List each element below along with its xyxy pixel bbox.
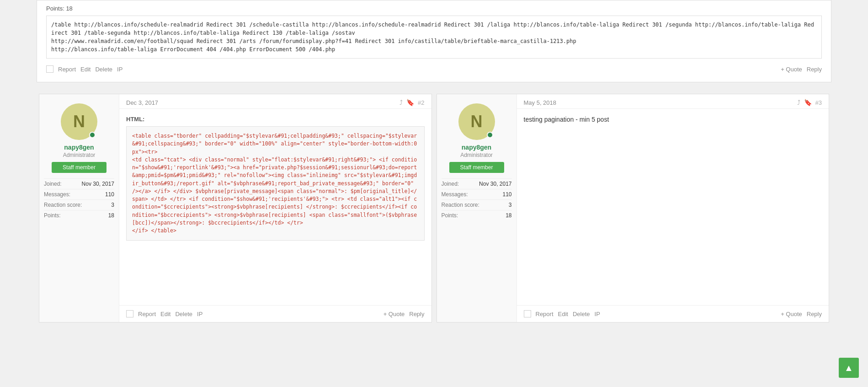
report-link-2[interactable]: Report bbox=[138, 311, 156, 317]
post-3-joined-row: Joined: Nov 30, 2017 bbox=[442, 178, 512, 189]
edit-link-2[interactable]: Edit bbox=[160, 311, 170, 317]
ip-link-2[interactable]: IP bbox=[197, 311, 202, 317]
post-2-messages-row: Messages: 110 bbox=[44, 189, 114, 199]
post-2-container: N napy8gen Administrator Staff member Jo… bbox=[39, 94, 432, 322]
post-3-points-row: Points: 18 bbox=[442, 210, 512, 220]
post-3-online-dot bbox=[487, 132, 493, 138]
post-2-points-row: Points: 18 bbox=[44, 210, 114, 220]
post-3-reaction-value: 3 bbox=[509, 202, 512, 208]
post-2-header: Dec 3, 2017 ⤴ 🔖 #2 bbox=[119, 94, 431, 109]
delete-link-3[interactable]: Delete bbox=[573, 311, 590, 317]
post-2-checkbox-wrapper[interactable] bbox=[126, 310, 133, 317]
post-2-footer-right: + Quote Reply bbox=[383, 311, 425, 317]
post-3-user-sidebar: N napy8gen Administrator Staff member Jo… bbox=[437, 94, 517, 322]
post-3-body: testing pagination - min 5 post bbox=[517, 109, 829, 305]
post-3-avatar-initial: N bbox=[471, 112, 483, 131]
post-2-role: Administrator bbox=[63, 152, 96, 158]
post-2-joined-value: Nov 30, 2017 bbox=[82, 181, 114, 187]
quote-btn-top[interactable]: + Quote bbox=[781, 66, 802, 73]
post-3-checkbox[interactable] bbox=[524, 310, 531, 317]
ip-link-3[interactable]: IP bbox=[595, 311, 600, 317]
post-2-messages-value: 110 bbox=[105, 191, 114, 198]
post-3-header-icons: ⤴ 🔖 #3 bbox=[797, 99, 822, 106]
post-3-checkbox-wrapper[interactable] bbox=[524, 310, 531, 317]
post-3-points-label: Points: bbox=[442, 212, 458, 219]
post-2-footer-left: Report Edit Delete IP bbox=[126, 310, 202, 317]
post-checkbox[interactable] bbox=[46, 65, 53, 73]
post-2-avatar-initial: N bbox=[73, 112, 85, 131]
edit-link-3[interactable]: Edit bbox=[558, 311, 568, 317]
post-3-reaction-row: Reaction score: 3 bbox=[442, 199, 512, 210]
post-2-number: #2 bbox=[418, 99, 424, 106]
post-2-body: HTML: <table class="tborder" cellpadding… bbox=[119, 109, 431, 305]
post-checkbox-wrapper[interactable] bbox=[46, 65, 53, 73]
post-2-header-icons: ⤴ 🔖 #2 bbox=[399, 99, 424, 106]
report-link-3[interactable]: Report bbox=[536, 311, 554, 317]
report-link-top[interactable]: Report bbox=[58, 66, 76, 73]
action-left: Report Edit Delete IP bbox=[46, 65, 122, 73]
post-2-staff-badge[interactable]: Staff member bbox=[52, 162, 107, 173]
post-2-date: Dec 3, 2017 bbox=[126, 99, 158, 106]
post-3-content: May 5, 2018 ⤴ 🔖 #3 testing pagination - … bbox=[517, 94, 829, 322]
reply-btn-2[interactable]: Reply bbox=[409, 311, 424, 317]
post-3-date: May 5, 2018 bbox=[524, 99, 557, 106]
edit-link-top[interactable]: Edit bbox=[80, 66, 91, 73]
separator bbox=[0, 87, 868, 91]
post-3-joined-label: Joined: bbox=[442, 181, 459, 187]
post-2-online-dot bbox=[89, 132, 96, 138]
page-wrapper: Points: 18 /table http://blancos.info/sc… bbox=[0, 0, 868, 325]
post-2-code-block: <table class="tborder" cellpadding="$sty… bbox=[126, 126, 425, 241]
post-2-reaction-row: Reaction score: 3 bbox=[44, 199, 114, 210]
post-2-content: Dec 3, 2017 ⤴ 🔖 #2 HTML: <table class="t… bbox=[119, 94, 431, 322]
reply-btn-top[interactable]: Reply bbox=[807, 66, 822, 73]
post-3-footer-right: + Quote Reply bbox=[781, 311, 822, 317]
post-3-joined-value: Nov 30, 2017 bbox=[479, 181, 511, 187]
ip-link-top[interactable]: IP bbox=[117, 66, 122, 73]
post-2-user-sidebar: N napy8gen Administrator Staff member Jo… bbox=[39, 94, 119, 322]
share-icon-2[interactable]: ⤴ bbox=[399, 99, 403, 106]
top-post-actions: Report Edit Delete IP + Quote Reply bbox=[46, 65, 822, 73]
post-2-joined-row: Joined: Nov 30, 2017 bbox=[44, 178, 114, 189]
post-2-avatar: N bbox=[61, 103, 97, 140]
post-3-reaction-label: Reaction score: bbox=[442, 202, 479, 208]
post-2-user-stats: Joined: Nov 30, 2017 Messages: 110 React… bbox=[44, 178, 114, 220]
post-3-user-stats: Joined: Nov 30, 2017 Messages: 110 React… bbox=[442, 178, 512, 220]
delete-link-top[interactable]: Delete bbox=[95, 66, 112, 73]
post-2-username[interactable]: napy8gen bbox=[64, 144, 94, 151]
post-3-points-value: 18 bbox=[506, 212, 511, 219]
post-2-footer: Report Edit Delete IP + Quote Reply bbox=[119, 305, 431, 322]
share-icon-3[interactable]: ⤴ bbox=[797, 99, 800, 106]
post-3-role: Administrator bbox=[460, 152, 493, 158]
delete-link-2[interactable]: Delete bbox=[175, 311, 192, 317]
post-2-points-value: 18 bbox=[108, 212, 114, 219]
quote-btn-3[interactable]: + Quote bbox=[781, 311, 802, 317]
post-3-messages-value: 110 bbox=[502, 191, 511, 198]
post-3-staff-badge[interactable]: Staff member bbox=[449, 162, 504, 173]
post-3-messages-row: Messages: 110 bbox=[442, 189, 512, 199]
post-3-footer: Report Edit Delete IP + Quote Reply bbox=[517, 305, 829, 322]
posts-row: N napy8gen Administrator Staff member Jo… bbox=[37, 91, 831, 325]
post-3-messages-label: Messages: bbox=[442, 191, 468, 198]
top-post-code: /table http://blancos.info/schedule-real… bbox=[46, 16, 822, 59]
top-post-points: Points: 18 bbox=[46, 5, 822, 12]
post-2-reaction-label: Reaction score: bbox=[44, 202, 82, 208]
post-3-container: N napy8gen Administrator Staff member Jo… bbox=[437, 94, 830, 322]
quote-btn-2[interactable]: + Quote bbox=[383, 311, 405, 317]
post-2-messages-label: Messages: bbox=[44, 191, 70, 198]
reply-btn-3[interactable]: Reply bbox=[807, 311, 822, 317]
bookmark-icon-3[interactable]: 🔖 bbox=[804, 99, 812, 106]
post-3-number: #3 bbox=[815, 99, 822, 106]
post-2-checkbox[interactable] bbox=[126, 310, 133, 317]
bookmark-icon-2[interactable]: 🔖 bbox=[406, 99, 414, 106]
action-right-top: + Quote Reply bbox=[781, 66, 822, 73]
post-3-footer-left: Report Edit Delete IP bbox=[524, 310, 600, 317]
post-2-reaction-value: 3 bbox=[111, 202, 114, 208]
post-3-username[interactable]: napy8gen bbox=[462, 144, 491, 151]
post-2-html-label: HTML: bbox=[126, 116, 425, 123]
top-post: Points: 18 /table http://blancos.info/sc… bbox=[37, 0, 831, 82]
post-3-body-text: testing pagination - min 5 post bbox=[524, 116, 609, 123]
post-2-points-label: Points: bbox=[44, 212, 61, 219]
post-3-avatar: N bbox=[458, 103, 495, 140]
points-value: 18 bbox=[66, 5, 72, 12]
points-label: Points: bbox=[46, 5, 64, 12]
